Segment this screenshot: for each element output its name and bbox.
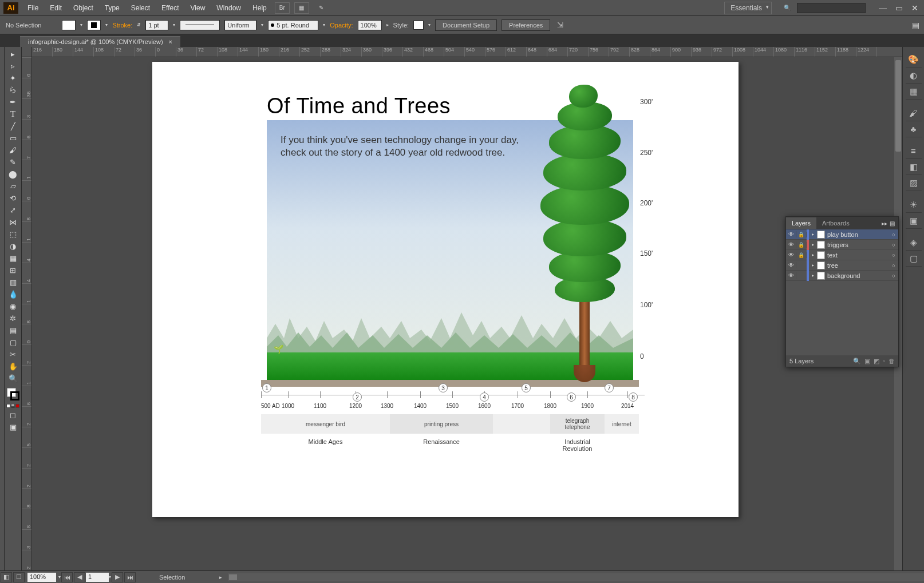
maximize-button[interactable]: ▭ [893, 3, 905, 13]
pencil-tool[interactable]: ✎ [6, 156, 20, 168]
perspective-tool[interactable]: ▦ [6, 252, 20, 264]
layers-panel[interactable]: Layers Artboards ▸▸▤ 👁🔒▸play button○👁🔒▸t… [785, 216, 899, 367]
scale-tool[interactable]: ⤢ [6, 204, 20, 216]
stroke-label[interactable]: Stroke: [112, 22, 132, 29]
artboard-tool[interactable]: ▢ [6, 336, 20, 348]
cc-sync-icon[interactable]: ☐ [13, 572, 25, 582]
layer-row[interactable]: 👁🔒▸play button○ [786, 229, 898, 240]
target-icon[interactable]: ○ [889, 263, 898, 268]
visibility-toggle[interactable]: 👁 [786, 262, 796, 268]
target-icon[interactable]: ○ [889, 252, 898, 258]
stroke-weight-field[interactable]: 1 pt [145, 20, 168, 30]
hand-tool[interactable]: ✋ [6, 360, 20, 372]
menu-select[interactable]: Select [125, 2, 156, 14]
preferences-button[interactable]: Preferences [502, 19, 550, 31]
horizontal-ruler[interactable]: 2161801441087236036721081441802162522883… [32, 47, 902, 57]
canvas[interactable]: Of Time and Trees If you think you've se… [32, 57, 894, 570]
search-icon[interactable]: 🔍 [780, 2, 795, 14]
stroke-profile[interactable] [180, 20, 220, 30]
layer-name[interactable]: triggers [827, 241, 889, 248]
rotate-tool[interactable]: ⟲ [6, 192, 20, 204]
close-tab-icon[interactable]: × [169, 38, 172, 45]
minimize-button[interactable]: — [877, 3, 889, 13]
edge-launch-icon[interactable]: ◧ [1, 572, 12, 582]
blend-tool[interactable]: ◉ [6, 300, 20, 312]
layers-panel-icon[interactable]: ◈ [906, 235, 922, 251]
close-button[interactable]: ✕ [909, 3, 921, 13]
direct-selection-tool[interactable]: ▹ [6, 60, 20, 72]
menu-effect[interactable]: Effect [156, 2, 184, 14]
status-menu-icon[interactable]: ▸ [219, 574, 222, 580]
next-artboard-button[interactable]: ▶ [112, 572, 123, 582]
layer-name[interactable]: background [827, 272, 889, 279]
artboards-tab[interactable]: Artboards [816, 217, 855, 229]
search-input[interactable] [797, 3, 866, 13]
disclosure-icon[interactable]: ▸ [809, 252, 817, 257]
menu-edit[interactable]: Edit [44, 2, 68, 14]
zoom-tool[interactable]: 🔍 [6, 372, 20, 384]
panel-menu-icon[interactable]: ▤ [890, 220, 895, 227]
brushes-panel-icon[interactable]: 🖌 [906, 105, 922, 121]
locate-object-icon[interactable]: 🔍 [853, 358, 861, 365]
disclosure-icon[interactable]: ▸ [809, 263, 817, 268]
fill-stroke-swatch[interactable] [7, 388, 19, 400]
stroke-uniform[interactable]: Uniform [224, 20, 256, 30]
graphic-styles-icon[interactable]: ▣ [906, 213, 922, 229]
pen-tool[interactable]: ✒ [6, 96, 20, 108]
shape-builder-tool[interactable]: ◑ [6, 240, 20, 252]
color-guide-icon[interactable]: ◐ [906, 68, 922, 84]
brush-definition[interactable]: 5 pt. Round [268, 20, 318, 30]
menu-help[interactable]: Help [247, 2, 273, 14]
selection-tool[interactable]: ▸ [6, 48, 20, 60]
gradient-panel-icon[interactable]: ◧ [906, 159, 922, 175]
draw-mode-normal[interactable]: ◻ [6, 409, 20, 421]
layer-row[interactable]: 👁▸background○ [786, 271, 898, 281]
symbols-panel-icon[interactable]: ♣ [906, 121, 922, 137]
visibility-toggle[interactable]: 👁 [786, 272, 796, 279]
transparency-panel-icon[interactable]: ▨ [906, 175, 922, 191]
screen-mode[interactable]: ▣ [6, 421, 20, 433]
swatches-panel-icon[interactable]: ▦ [906, 84, 922, 100]
layer-name[interactable]: text [827, 252, 889, 259]
document-setup-button[interactable]: Document Setup [435, 19, 497, 31]
menu-object[interactable]: Object [68, 2, 99, 14]
graphic-style-swatch[interactable] [413, 21, 424, 30]
target-icon[interactable]: ○ [889, 242, 898, 248]
artboard-number-field[interactable]: 1 [86, 573, 109, 582]
lasso-tool[interactable]: ら [6, 84, 20, 96]
slice-tool[interactable]: ✂ [6, 348, 20, 360]
lock-toggle[interactable]: 🔒 [796, 242, 807, 248]
width-tool[interactable]: ⋈ [6, 216, 20, 228]
paintbrush-tool[interactable]: 🖌 [6, 144, 20, 156]
layer-row[interactable]: 👁▸tree○ [786, 260, 898, 271]
menu-type[interactable]: Type [99, 2, 125, 14]
magic-wand-tool[interactable]: ✦ [6, 72, 20, 84]
menu-view[interactable]: View [185, 2, 211, 14]
last-artboard-button[interactable]: ⏭ [124, 572, 136, 582]
gradient-tool[interactable]: ▥ [6, 276, 20, 288]
workspace-switcher[interactable]: Essentials [724, 2, 772, 14]
visibility-toggle[interactable]: 👁 [786, 241, 796, 248]
graph-tool[interactable]: ▤ [6, 324, 20, 336]
eraser-tool[interactable]: ▱ [6, 180, 20, 192]
stroke-swatch[interactable] [87, 20, 101, 30]
first-artboard-button[interactable]: ⏮ [61, 572, 73, 582]
document-tab[interactable]: infographic-design.ai* @ 100% (CMYK/Prev… [20, 36, 180, 47]
align-to-icon[interactable]: ⇲ [557, 21, 563, 29]
disclosure-icon[interactable]: ▸ [809, 242, 817, 247]
new-sublayer-icon[interactable]: ◩ [874, 358, 879, 365]
lock-toggle[interactable]: 🔒 [796, 252, 807, 258]
stroke-panel-icon[interactable]: ≡ [906, 143, 922, 159]
color-mode-buttons[interactable] [6, 404, 19, 408]
lock-toggle[interactable]: 🔒 [796, 232, 807, 237]
line-tool[interactable]: ╱ [6, 120, 20, 132]
disclosure-icon[interactable]: ▸ [809, 232, 817, 237]
bridge-icon[interactable]: Br [275, 2, 290, 14]
layer-name[interactable]: play button [827, 231, 889, 238]
prev-artboard-button[interactable]: ◀ [74, 572, 85, 582]
mesh-tool[interactable]: ⊞ [6, 264, 20, 276]
fill-swatch[interactable] [62, 20, 76, 30]
appearance-panel-icon[interactable]: ☀ [906, 197, 922, 213]
ruler-origin[interactable] [22, 47, 32, 57]
blob-brush-tool[interactable]: ⬤ [6, 168, 20, 180]
